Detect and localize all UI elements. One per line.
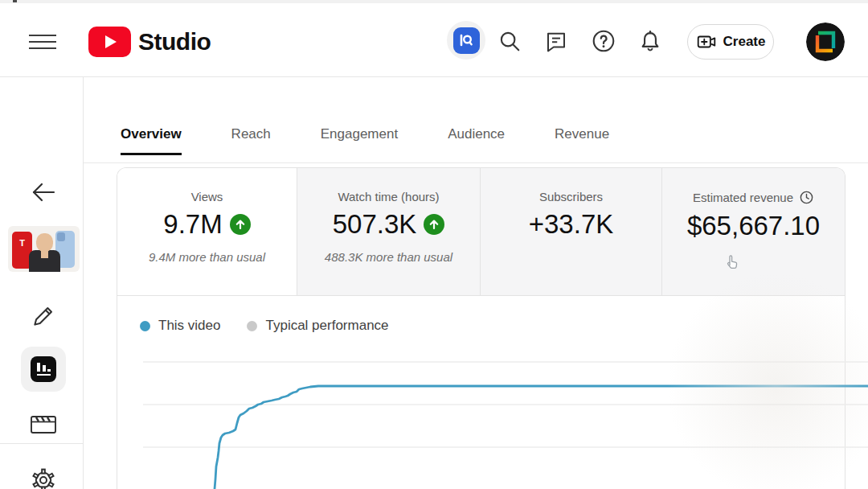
analytics-tabs: Overview Reach Engagement Audience Reven… [84,105,868,163]
create-button-label: Create [723,34,766,50]
search-icon[interactable] [496,27,523,55]
metric-card-views[interactable]: Views 9.7M 9.4M more than usual [117,168,297,295]
tab-reach[interactable]: Reach [231,105,271,162]
metric-card-row: Views 9.7M 9.4M more than usual Watch ti… [117,168,845,296]
back-arrow-icon[interactable] [26,175,61,210]
editor-clapperboard-icon[interactable] [26,407,61,442]
metric-value: 9.7M [163,209,222,240]
metric-note: 9.4M more than usual [117,250,297,264]
legend-label: Typical performance [265,318,388,334]
metric-card-subscribers[interactable]: Subscribers +33.7K [480,168,661,295]
chart-gridlines [143,362,868,447]
legend-dot-gray [247,321,257,331]
metric-label: Subscribers [481,190,661,203]
sidebar-divider [0,443,84,444]
create-video-icon [696,31,717,52]
chart-legend: This video Typical performance [84,315,389,336]
metric-label: Views [117,190,297,203]
top-edge-tick [13,0,17,2]
settings-gear-icon[interactable] [26,462,61,489]
trend-up-icon [230,214,251,235]
vidiq-icon [453,27,480,54]
sidebar: T [0,77,84,489]
feedback-comment-icon[interactable] [542,27,570,55]
tab-revenue[interactable]: Revenue [555,105,609,162]
youtube-play-icon [88,27,131,57]
metric-label: Watch time (hours) [297,190,480,203]
menu-icon[interactable] [27,32,58,53]
trend-up-icon [424,214,444,235]
help-icon[interactable] [590,27,617,55]
notifications-bell-icon[interactable] [637,27,664,55]
youtube-studio-logo[interactable]: Studio [88,25,211,59]
create-button[interactable]: Create [687,24,774,60]
video-thumbnail[interactable]: T [8,226,80,272]
tab-overview[interactable]: Overview [121,105,182,162]
analytics-icon [31,356,56,382]
this-video-line [215,386,868,489]
clock-icon [799,190,814,205]
thumbnail-person-head [36,233,53,252]
legend-typical-performance[interactable]: Typical performance [247,318,388,334]
metric-value: +33.7K [529,209,614,240]
vidiq-extension-button[interactable] [447,21,485,60]
youtube-studio-analytics-screen: Studio [0,0,868,489]
details-pencil-icon[interactable] [26,298,61,334]
performance-chart[interactable] [84,346,868,489]
legend-dot-blue [140,321,150,331]
metric-card-estimated-revenue[interactable]: Estimated revenue $65,667.10 [661,168,845,295]
metric-value: 507.3K [333,209,417,240]
metric-label: Estimated revenue [693,191,793,204]
legend-label: This video [158,318,220,334]
legend-this-video[interactable]: This video [140,318,220,334]
metric-card-watch-time[interactable]: Watch time (hours) 507.3K 488.3K more th… [297,168,480,295]
channel-avatar[interactable] [806,23,845,61]
top-bar: Studio [0,3,868,77]
tab-audience[interactable]: Audience [448,105,505,162]
sidebar-item-analytics[interactable] [21,347,66,392]
metric-value: $65,667.10 [687,211,820,241]
studio-wordmark: Studio [138,28,211,55]
metric-note: 488.3K more than usual [297,250,480,264]
tab-engagement[interactable]: Engagement [321,105,398,162]
